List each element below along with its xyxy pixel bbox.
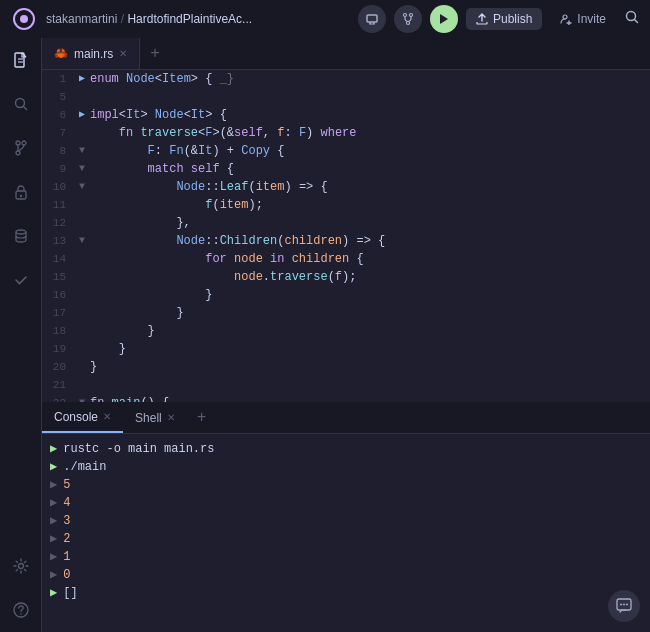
svg-point-3 (403, 14, 406, 17)
panel-tab-shell[interactable]: Shell ✕ (123, 402, 187, 433)
svg-point-13 (22, 141, 26, 145)
svg-point-12 (16, 141, 20, 145)
code-line: 16 } (42, 286, 650, 304)
file-tabs: 🦀 main.rs ✕ + (42, 38, 650, 70)
bottom-panel-wrapper: Console ✕ Shell ✕ + ▶ rustc -o main main… (42, 402, 650, 632)
code-line: 17 } (42, 304, 650, 322)
console-line: ▶ 0 (50, 566, 642, 584)
breadcrumb-user: stakanmartini (46, 12, 117, 26)
svg-point-16 (19, 195, 21, 197)
sidebar-item-lock[interactable] (7, 178, 35, 206)
code-line: 5 (42, 88, 650, 106)
svg-point-6 (563, 15, 567, 19)
code-line: 22 ▼ fn main() { (42, 394, 650, 402)
invite-label: Invite (577, 12, 606, 26)
svg-rect-8 (15, 53, 24, 67)
code-line: 6 ▶ impl<It> Node<It> { (42, 106, 650, 124)
code-line: 12 }, (42, 214, 650, 232)
topbar: stakanmartini / HardtofindPlaintiveAc... (0, 0, 650, 38)
file-tab-label: main.rs (74, 47, 113, 61)
sidebar-item-files[interactable] (7, 46, 35, 74)
vm-status-button[interactable] (358, 5, 386, 33)
svg-point-24 (626, 604, 628, 606)
run-button[interactable] (430, 5, 458, 33)
sidebar (0, 38, 42, 632)
sidebar-item-git[interactable] (7, 134, 35, 162)
code-line: 9 ▼ match self { (42, 160, 650, 178)
code-line: 20 } (42, 358, 650, 376)
code-line: 21 (42, 376, 650, 394)
app-logo[interactable] (10, 5, 38, 33)
console-line: ▶ 3 (50, 512, 642, 530)
svg-point-17 (16, 230, 26, 234)
sidebar-item-help[interactable] (7, 596, 35, 624)
svg-point-20 (20, 613, 22, 615)
panel-tabs: Console ✕ Shell ✕ + (42, 402, 650, 434)
console-tab-label: Console (54, 410, 98, 424)
search-button[interactable] (624, 9, 640, 29)
panel-content: ▶ rustc -o main main.rs ▶ ./main ▶ 5 ▶ 4 (42, 434, 650, 632)
sidebar-item-check[interactable] (7, 266, 35, 294)
code-line: 14 for node in children { (42, 250, 650, 268)
svg-rect-2 (367, 15, 377, 22)
console-line: ▶ 2 (50, 530, 642, 548)
console-line: ▶ 4 (50, 494, 642, 512)
editor-area: 🦀 main.rs ✕ + 1 ▶ enum Node<Item> { _} 5… (42, 38, 650, 632)
publish-label: Publish (493, 12, 532, 26)
console-line: ▶ ./main (50, 458, 642, 476)
chat-button[interactable] (608, 590, 640, 622)
file-tab-add[interactable]: + (140, 38, 170, 69)
code-line: 15 node.traverse(f); (42, 268, 650, 286)
console-line: ▶ rustc -o main main.rs (50, 440, 642, 458)
code-line: 7 fn traverse<F>(&self, f: F) where (42, 124, 650, 142)
code-line: 8 ▼ F: Fn(&It) + Copy { (42, 142, 650, 160)
console-line: ▶ 5 (50, 476, 642, 494)
svg-point-14 (16, 151, 20, 155)
topbar-controls: Publish Invite (358, 5, 640, 33)
sidebar-item-db[interactable] (7, 222, 35, 250)
svg-point-22 (620, 604, 622, 606)
console-output[interactable]: ▶ rustc -o main main.rs ▶ ./main ▶ 5 ▶ 4 (42, 434, 650, 632)
code-editor[interactable]: 1 ▶ enum Node<Item> { _} 5 6 ▶ impl<It> … (42, 70, 650, 402)
panel-tab-console[interactable]: Console ✕ (42, 402, 123, 433)
rust-file-icon: 🦀 (54, 47, 68, 60)
svg-point-1 (20, 15, 28, 23)
file-tab-close[interactable]: ✕ (119, 48, 127, 59)
svg-point-18 (18, 564, 23, 569)
panel-tab-add[interactable]: + (187, 409, 217, 427)
code-line: 13 ▼ Node::Children(children) => { (42, 232, 650, 250)
code-line: 19 } (42, 340, 650, 358)
console-line: ▶ 1 (50, 548, 642, 566)
shell-tab-close[interactable]: ✕ (167, 412, 175, 423)
svg-point-23 (623, 604, 625, 606)
breadcrumb-repo: HardtofindPlaintiveAc... (127, 12, 252, 26)
svg-point-4 (409, 14, 412, 17)
breadcrumb: stakanmartini / HardtofindPlaintiveAc... (46, 12, 252, 26)
file-tab-main-rs[interactable]: 🦀 main.rs ✕ (42, 38, 140, 69)
publish-button[interactable]: Publish (466, 8, 542, 30)
invite-button[interactable]: Invite (550, 8, 616, 30)
sidebar-item-search[interactable] (7, 90, 35, 118)
fork-button[interactable] (394, 5, 422, 33)
shell-tab-label: Shell (135, 411, 162, 425)
sidebar-item-settings[interactable] (7, 552, 35, 580)
code-line: 10 ▼ Node::Leaf(item) => { (42, 178, 650, 196)
console-tab-close[interactable]: ✕ (103, 411, 111, 422)
code-line: 11 f(item); (42, 196, 650, 214)
main-area: 🦀 main.rs ✕ + 1 ▶ enum Node<Item> { _} 5… (0, 38, 650, 632)
code-line: 1 ▶ enum Node<Item> { _} (42, 70, 650, 88)
console-line: ▶ [] (50, 584, 642, 602)
code-line: 18 } (42, 322, 650, 340)
